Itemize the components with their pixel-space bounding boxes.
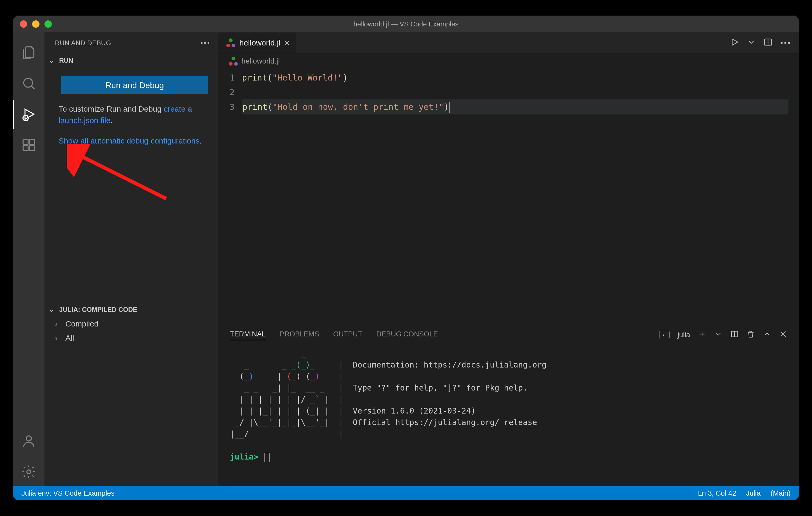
titlebar: helloworld.jl — VS Code Examples xyxy=(13,16,799,32)
editor-actions: ••• xyxy=(730,32,799,53)
show-all-configs-link[interactable]: Show all automatic debug configurations xyxy=(59,136,200,145)
terminal-actions: julia xyxy=(659,330,787,340)
more-actions-icon[interactable]: ••• xyxy=(780,38,791,47)
run-dropdown-icon[interactable] xyxy=(747,37,756,49)
svg-rect-5 xyxy=(29,139,34,144)
customize-text: To customize Run and Debug create a laun… xyxy=(59,103,210,126)
split-editor-icon[interactable] xyxy=(763,37,773,49)
tab-filename: helloworld.jl xyxy=(239,38,281,47)
window-title: helloworld.jl — VS Code Examples xyxy=(353,20,459,28)
maximize-panel-icon[interactable] xyxy=(763,330,771,340)
section-compiled-title: JULIA: COMPILED CODE xyxy=(59,306,137,313)
extensions-icon xyxy=(21,138,36,153)
chevron-down-icon: ⌄ xyxy=(49,306,57,313)
customize-post: . xyxy=(110,116,113,125)
panel-tabs: TERMINAL PROBLEMS OUTPUT DEBUG CONSOLE j… xyxy=(219,324,799,345)
terminal-dropdown-icon[interactable] xyxy=(714,330,723,340)
files-icon xyxy=(21,45,36,60)
minimap[interactable] xyxy=(788,70,799,324)
panel-tab-output[interactable]: OUTPUT xyxy=(333,330,362,340)
traffic-lights xyxy=(20,20,52,28)
close-panel-icon[interactable] xyxy=(779,330,787,340)
gear-icon xyxy=(21,464,36,479)
svg-rect-2 xyxy=(23,139,28,144)
activity-extensions[interactable] xyxy=(13,131,45,159)
activity-bar xyxy=(13,32,45,486)
tab-helloworld[interactable]: helloworld.jl × xyxy=(219,32,296,53)
sidebar-title: RUN AND DEBUG xyxy=(55,39,111,47)
activity-account[interactable] xyxy=(13,427,45,455)
run-and-debug-button[interactable]: Run and Debug xyxy=(61,76,208,94)
tree-label: All xyxy=(65,334,74,342)
kill-terminal-icon[interactable] xyxy=(747,330,755,340)
status-bar: Julia env: VS Code Examples Ln 3, Col 42… xyxy=(13,486,799,500)
julia-file-icon xyxy=(226,38,235,47)
activity-explorer[interactable] xyxy=(13,38,45,67)
code-editor[interactable]: 123 print("Hello World!") print("Hold on… xyxy=(219,69,799,324)
account-icon xyxy=(21,433,36,449)
terminal-name[interactable]: julia xyxy=(677,331,690,339)
status-julia-env[interactable]: Julia env: VS Code Examples xyxy=(22,489,115,497)
panel-tab-problems[interactable]: PROBLEMS xyxy=(280,330,319,340)
breadcrumb-file: helloworld.jl xyxy=(241,57,280,65)
julia-file-icon xyxy=(229,57,238,66)
chevron-down-icon: ⌄ xyxy=(49,57,57,64)
tree-label: Compiled xyxy=(65,320,98,328)
status-language[interactable]: Julia xyxy=(746,489,761,497)
search-icon xyxy=(21,76,36,91)
minimize-icon[interactable] xyxy=(32,20,39,28)
show-all-post: . xyxy=(200,136,202,145)
svg-point-6 xyxy=(26,436,31,441)
section-compiled-header[interactable]: ⌄ JULIA: COMPILED CODE xyxy=(45,302,219,317)
code-content[interactable]: print("Hello World!") print("Hold on now… xyxy=(242,70,788,324)
vscode-window: helloworld.jl — VS Code Examples xyxy=(13,16,799,500)
breadcrumbs[interactable]: helloworld.jl xyxy=(219,54,799,69)
svg-point-7 xyxy=(27,470,31,474)
activity-run-debug[interactable] xyxy=(13,100,45,129)
svg-rect-4 xyxy=(29,146,34,151)
line-numbers: 123 xyxy=(219,70,242,324)
panel-tab-debug-console[interactable]: DEBUG CONSOLE xyxy=(376,330,438,340)
chevron-right-icon: › xyxy=(55,320,63,328)
editor-group: helloworld.jl × ••• helloworld.jl 123 pr… xyxy=(219,32,799,486)
compiled-tree: › Compiled › All xyxy=(45,317,219,486)
show-all-text: Show all automatic debug configurations. xyxy=(59,135,210,147)
activity-search[interactable] xyxy=(13,69,45,98)
run-debug-sidebar: RUN AND DEBUG ••• ⌄ RUN Run and Debug To… xyxy=(45,32,219,486)
svg-rect-3 xyxy=(23,146,28,151)
panel-tab-terminal[interactable]: TERMINAL xyxy=(230,330,266,340)
customize-pre: To customize Run and Debug xyxy=(59,104,164,113)
editor-tabs: helloworld.jl × ••• xyxy=(219,32,799,54)
run-debug-icon xyxy=(21,107,36,122)
tree-item-all[interactable]: › All xyxy=(45,331,219,345)
terminal-content[interactable]: _ _ _ _(_)_ | Documentation: https://doc… xyxy=(219,345,799,486)
section-run-body: Run and Debug To customize Run and Debug… xyxy=(45,68,219,154)
terminal-profile-icon[interactable] xyxy=(659,331,670,339)
more-icon[interactable]: ••• xyxy=(201,39,210,47)
maximize-icon[interactable] xyxy=(45,20,52,28)
split-terminal-icon[interactable] xyxy=(730,330,739,340)
bottom-panel: TERMINAL PROBLEMS OUTPUT DEBUG CONSOLE j… xyxy=(219,324,799,486)
tab-close-icon[interactable]: × xyxy=(285,38,290,48)
section-run-header[interactable]: ⌄ RUN xyxy=(45,53,219,68)
section-run-title: RUN xyxy=(59,57,73,64)
activity-settings[interactable] xyxy=(13,457,45,486)
run-file-icon[interactable] xyxy=(730,37,739,49)
new-terminal-icon[interactable] xyxy=(698,330,706,340)
status-branch[interactable]: (Main) xyxy=(771,489,790,497)
status-line-col[interactable]: Ln 3, Col 42 xyxy=(698,489,736,497)
close-icon[interactable] xyxy=(20,20,27,28)
sidebar-header: RUN AND DEBUG ••• xyxy=(45,32,219,53)
chevron-right-icon: › xyxy=(55,334,63,342)
svg-point-0 xyxy=(24,79,33,87)
tree-item-compiled[interactable]: › Compiled xyxy=(45,317,219,331)
